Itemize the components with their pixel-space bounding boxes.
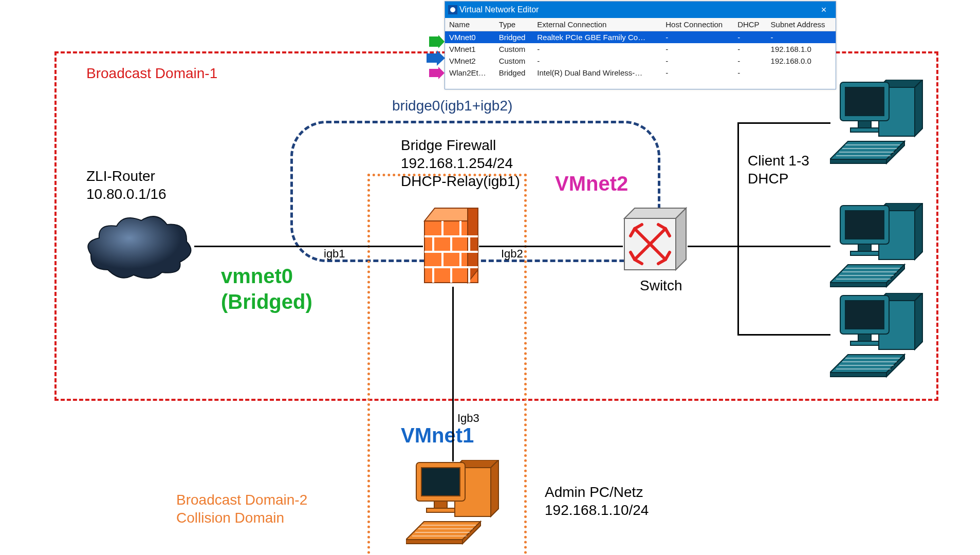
- vne-cell: -: [661, 67, 733, 79]
- svg-rect-39: [850, 251, 879, 255]
- close-icon[interactable]: ×: [812, 2, 836, 18]
- vne-row[interactable]: VMnet2Custom---192.168.0.0: [445, 55, 836, 67]
- vne-row[interactable]: VMnet0BridgedRealtek PCIe GBE Family Co……: [445, 31, 836, 44]
- svg-point-76: [450, 7, 455, 12]
- client-pc-2-icon: [830, 203, 925, 288]
- vne-cell: 192.168.1.0: [767, 43, 836, 55]
- vne-col-header[interactable]: External Connection: [533, 18, 661, 31]
- broadcast-domain-1-label: Broadcast Domain-1: [86, 64, 217, 82]
- svg-marker-79: [429, 67, 445, 79]
- link-zli-firewall: [194, 246, 423, 247]
- vne-row[interactable]: VMnet1Custom---192.168.1.0: [445, 43, 836, 55]
- svg-marker-35: [915, 203, 922, 260]
- firewall-ip: 192.168.1.254/24: [401, 154, 513, 172]
- cloud-icon: [85, 213, 195, 285]
- vne-table: NameTypeExternal ConnectionHost Connecti…: [445, 18, 836, 79]
- svg-marker-78: [427, 50, 445, 66]
- zli-router-title: ZLI-Router: [86, 167, 155, 185]
- svg-marker-77: [429, 35, 445, 48]
- svg-rect-51: [845, 301, 884, 329]
- admin-pc-icon: [406, 460, 501, 545]
- link-switch-client3: [737, 334, 830, 336]
- svg-rect-52: [858, 334, 871, 341]
- vne-cell: Bridged: [495, 31, 533, 44]
- vne-row[interactable]: Wlan2Et…BridgedIntel(R) Dual Band Wirele…: [445, 67, 836, 79]
- svg-marker-55: [830, 373, 886, 377]
- svg-marker-63: [491, 460, 498, 516]
- svg-rect-37: [845, 211, 884, 239]
- switch-icon: [622, 206, 689, 275]
- arrow-pink-icon: [429, 67, 445, 81]
- vne-col-header[interactable]: Type: [495, 18, 533, 31]
- vne-col-header[interactable]: DHCP: [733, 18, 766, 31]
- vne-col-header[interactable]: Subnet Address: [767, 18, 836, 31]
- link-switch-client2: [688, 246, 830, 247]
- link-firewall-switch: [479, 246, 623, 247]
- vmnet1-label: VMnet1: [401, 424, 474, 447]
- link-firewall-admin: [452, 287, 454, 461]
- vne-cell: -: [661, 55, 733, 67]
- broadcast-domain-2-label-a: Broadcast Domain-2: [176, 491, 307, 509]
- svg-rect-67: [427, 508, 455, 512]
- vne-cell: Custom: [495, 43, 533, 55]
- vne-titlebar[interactable]: Virtual Network Editor ×: [445, 2, 836, 18]
- vne-cell: VMnet0: [445, 31, 495, 44]
- vmnet0-label-a: vmnet0: [221, 265, 293, 288]
- vne-cell: -: [661, 31, 733, 44]
- switch-label: Switch: [640, 276, 682, 294]
- vne-cell: [767, 67, 836, 79]
- vne-cell: 192.168.0.0: [767, 55, 836, 67]
- virtual-network-editor-window: Virtual Network Editor × NameTypeExterna…: [445, 1, 836, 89]
- admin-ip: 192.168.1.10/24: [545, 501, 649, 519]
- svg-rect-23: [845, 87, 884, 116]
- client-pc-1-icon: [830, 80, 925, 164]
- broadcast-domain-2-label-b: Collision Domain: [176, 509, 284, 527]
- vne-app-icon: [448, 5, 457, 14]
- vne-cell: Bridged: [495, 67, 533, 79]
- svg-marker-69: [406, 540, 463, 544]
- vne-cell: -: [533, 43, 661, 55]
- client-pc-3-icon: [830, 293, 925, 378]
- svg-marker-21: [915, 80, 922, 136]
- svg-rect-24: [858, 121, 871, 128]
- svg-marker-27: [830, 159, 886, 163]
- vne-cell: Realtek PCIe GBE Family Co…: [533, 31, 661, 44]
- clients-title: Client 1-3: [748, 152, 809, 170]
- port-igb3: Igb3: [457, 411, 479, 425]
- bridge0-label: bridge0(igb1+igb2): [392, 97, 512, 115]
- vmnet2-label: VMnet2: [555, 172, 628, 195]
- vne-cell: -: [733, 31, 766, 44]
- vne-cell: -: [533, 55, 661, 67]
- vne-col-header[interactable]: Name: [445, 18, 495, 31]
- port-igb1: igb1: [324, 247, 345, 261]
- vne-cell: Wlan2Et…: [445, 67, 495, 79]
- vne-cell: -: [733, 43, 766, 55]
- arrow-blue-icon: [427, 50, 445, 68]
- svg-rect-38: [858, 244, 871, 251]
- zli-router-ip: 10.80.0.1/16: [86, 185, 167, 203]
- vmnet0-label-b: (Bridged): [221, 290, 312, 313]
- vne-cell: Custom: [495, 55, 533, 67]
- vne-cell: -: [767, 31, 836, 44]
- svg-rect-53: [850, 341, 879, 345]
- port-igb2: Igb2: [501, 247, 523, 261]
- vne-cell: -: [661, 43, 733, 55]
- clients-dhcp: DHCP: [748, 170, 788, 188]
- vne-cell: VMnet1: [445, 43, 495, 55]
- firewall-relay: DHCP-Relay(igb1): [401, 172, 520, 190]
- switch-vertical-bus: [737, 122, 739, 336]
- vne-cell: VMnet2: [445, 55, 495, 67]
- vne-col-header[interactable]: Host Connection: [661, 18, 733, 31]
- svg-marker-41: [830, 283, 886, 287]
- svg-rect-66: [434, 501, 447, 508]
- arrow-green-icon: [429, 35, 445, 50]
- firewall-icon: [423, 206, 479, 288]
- link-switch-client1: [737, 122, 830, 124]
- svg-rect-65: [421, 468, 460, 496]
- vne-cell: Intel(R) Dual Band Wireless-…: [533, 67, 661, 79]
- vne-cell: -: [733, 67, 766, 79]
- svg-marker-18: [676, 208, 686, 270]
- svg-marker-49: [915, 293, 922, 349]
- vne-title-text: Virtual Network Editor: [459, 5, 539, 14]
- firewall-title: Bridge Firewall: [401, 136, 496, 154]
